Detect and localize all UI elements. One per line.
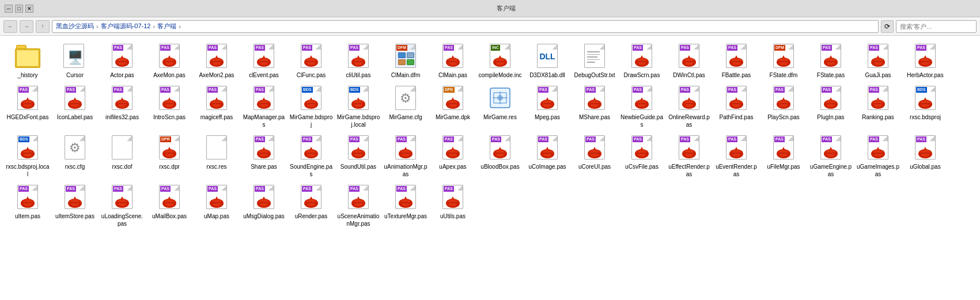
file-item[interactable]: PAS DWinCtl.pas <box>666 40 712 81</box>
file-label: uItemStore.pas <box>55 212 94 220</box>
back-button[interactable]: ← <box>3 20 17 33</box>
file-item[interactable]: 🖥️ Cursor <box>52 40 98 81</box>
file-item[interactable]: PAS uMap.pas <box>194 181 240 230</box>
addressbar: ← → ↑ 黑血沙尘源码 › 客户端源码-07-12 › 客户端 › ⟳ <box>0 17 980 36</box>
file-item[interactable]: PAS clEvent.pas <box>241 40 287 81</box>
file-item[interactable]: BDS rxsc.bdsproj <box>902 82 948 131</box>
file-item[interactable]: BDS MirGame.bdsproj.local <box>335 82 381 131</box>
file-item[interactable]: PAS uBloodBox.pas <box>477 132 523 180</box>
file-label: uGlobal.pas <box>910 163 940 170</box>
close-button[interactable]: ✕ <box>25 5 33 13</box>
minimize-button[interactable]: ─ <box>5 5 13 13</box>
path-part-1[interactable]: 黑血沙尘源码 <box>56 22 94 31</box>
file-item[interactable]: PAS DrawScrn.pas <box>619 40 665 81</box>
file-item[interactable]: PAS inifiles32.pas <box>99 82 145 131</box>
file-icon: PAS <box>439 43 467 70</box>
file-item[interactable]: PAS uCoImage.pas <box>524 132 570 180</box>
file-item[interactable]: PAS uGameEngine.pas <box>808 132 854 180</box>
file-item[interactable]: PAS PlugIn.pas <box>808 82 854 131</box>
file-item[interactable]: PAS GuaJi.pas <box>855 40 901 81</box>
file-label: DebugOutStr.txt <box>574 71 615 79</box>
file-item[interactable]: MirGame.res <box>477 82 523 131</box>
file-item[interactable]: PAS OnlineReward.pas <box>666 82 712 131</box>
file-icon: PAS <box>156 184 183 211</box>
file-label: uTextureMgr.pas <box>384 212 427 220</box>
file-item[interactable]: _history <box>5 40 51 81</box>
file-item[interactable]: PAS uEffectRender.pas <box>666 132 712 180</box>
file-item[interactable]: PAS uItemStore.pas <box>52 181 98 230</box>
file-item[interactable]: PAS MShare.pas <box>572 82 618 131</box>
file-icon <box>203 134 230 162</box>
file-item[interactable]: PAS uAnimationMgr.pas <box>383 132 429 180</box>
file-item[interactable]: PAS Actor.pas <box>99 40 145 81</box>
file-item[interactable]: PAS FBattle.pas <box>713 40 759 81</box>
file-item[interactable]: DLL D3DX81ab.dll <box>524 40 570 81</box>
file-label: uGameImages.pas <box>856 163 900 178</box>
path-part-3[interactable]: 客户端 <box>157 22 176 31</box>
file-item[interactable]: PAS PathFind.pas <box>713 82 759 131</box>
file-item[interactable]: PAS AxeMon2.pas <box>194 40 240 81</box>
file-item[interactable]: PAS HGEDxFont.pas <box>5 82 51 131</box>
maximize-button[interactable]: □ <box>15 5 23 13</box>
file-item[interactable]: PAS uRender.pas <box>288 181 334 230</box>
file-label: uLoadingScene.pas <box>100 212 144 227</box>
file-item[interactable]: PAS NewbieGuide.pas <box>619 82 665 131</box>
file-item[interactable]: DebugOutStr.txt <box>572 40 618 81</box>
file-item[interactable]: PAS IconLabel.pas <box>52 82 98 131</box>
file-item[interactable]: PAS uItem.pas <box>5 181 51 230</box>
file-item[interactable]: PAS ClMain.pas <box>430 40 476 81</box>
file-item[interactable]: PAS AxeMon.pas <box>146 40 192 81</box>
file-item[interactable]: PAS Share.pas <box>241 132 287 180</box>
file-item[interactable]: PAS HerbActor.pas <box>902 40 948 81</box>
file-item[interactable]: DFM ClMain.dfm <box>383 40 429 81</box>
file-item[interactable]: PAS uGlobal.pas <box>902 132 948 180</box>
file-item[interactable]: rxsc.res <box>194 132 240 180</box>
file-item[interactable]: BDS MirGame.bdsproj <box>288 82 334 131</box>
file-item[interactable]: DPK MirGame.dpk <box>430 82 476 131</box>
file-label: D3DX81ab.dll <box>529 71 565 79</box>
file-item[interactable]: DPR rxsc.dpr <box>146 132 192 180</box>
file-item[interactable]: PAS cliUtil.pas <box>335 40 381 81</box>
file-item[interactable]: PAS uMailBox.pas <box>146 181 192 230</box>
file-item[interactable]: PAS magiceff.pas <box>194 82 240 131</box>
file-item[interactable]: ⚙ MirGame.cfg <box>383 82 429 131</box>
address-path[interactable]: 黑血沙尘源码 › 客户端源码-07-12 › 客户端 › <box>52 20 879 33</box>
file-item[interactable]: BDS rxsc.bdsproj.local <box>5 132 51 180</box>
file-item[interactable]: PAS uSceneAnimationMgr.pas <box>335 181 381 230</box>
file-item[interactable]: PAS Mpeg.pas <box>524 82 570 131</box>
file-item[interactable]: PAS uApex.pas <box>430 132 476 180</box>
file-item[interactable]: PAS Ranking.pas <box>855 82 901 131</box>
file-icon: PAS <box>581 85 608 112</box>
file-item[interactable]: PAS uGameImages.pas <box>855 132 901 180</box>
file-item[interactable]: PAS MapManager.pas <box>241 82 287 131</box>
file-item[interactable]: PAS uCsvFile.pas <box>619 132 665 180</box>
search-input[interactable] <box>896 20 977 33</box>
file-item[interactable]: PAS uLoadingScene.pas <box>99 181 145 230</box>
file-item[interactable]: PAS SoundEngine.pas <box>288 132 334 180</box>
file-item[interactable]: ⚙ rxsc.cfg <box>52 132 98 180</box>
file-icon: PAS <box>297 134 325 162</box>
up-button[interactable]: ↑ <box>36 20 50 33</box>
file-item[interactable]: INC compileMode.inc <box>477 40 523 81</box>
file-icon: PAS <box>14 184 41 211</box>
file-item[interactable]: DFM FState.dfm <box>760 40 807 81</box>
file-icon: PAS <box>817 134 845 162</box>
file-label: DWinCtl.pas <box>673 71 705 79</box>
refresh-button[interactable]: ⟳ <box>881 20 894 33</box>
forward-button[interactable]: → <box>20 20 33 33</box>
file-icon: PAS <box>439 134 467 162</box>
file-item[interactable]: PAS uFileMgr.pas <box>760 132 807 180</box>
file-item[interactable]: PAS uTextureMgr.pas <box>383 181 429 230</box>
file-item[interactable]: PAS PlayScn.pas <box>760 82 807 131</box>
file-item[interactable]: PAS uMsgDialog.pas <box>241 181 287 230</box>
file-item[interactable]: rxsc.dof <box>99 132 145 180</box>
file-item[interactable]: PAS FState.pas <box>808 40 854 81</box>
file-item[interactable]: PAS uEventRender.pas <box>713 132 759 180</box>
path-part-2[interactable]: 客户端源码-07-12 <box>101 22 151 31</box>
file-item[interactable]: PAS uCoreUI.pas <box>572 132 618 180</box>
file-item[interactable]: PAS ClFunc.pas <box>288 40 334 81</box>
file-item[interactable]: PAS uUtils.pas <box>430 181 476 230</box>
file-item[interactable]: PAS IntroScn.pas <box>146 82 192 131</box>
file-icon: PAS <box>345 184 372 211</box>
file-item[interactable]: PAS SoundUtil.pas <box>335 132 381 180</box>
